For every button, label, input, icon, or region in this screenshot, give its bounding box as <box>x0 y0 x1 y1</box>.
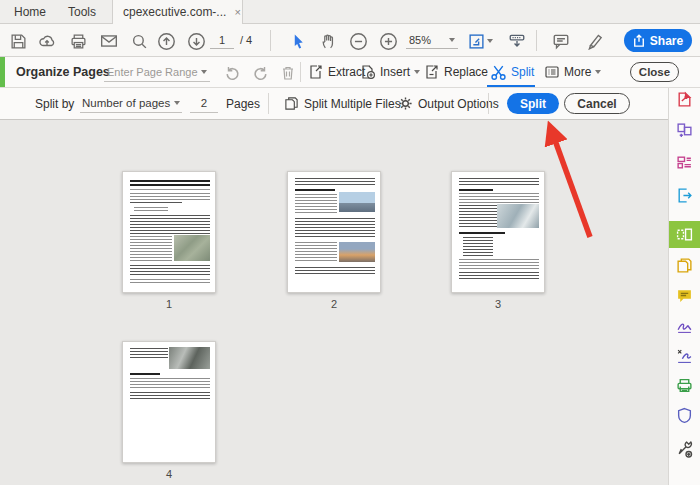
tab-document[interactable]: cpexecutive.com-... × <box>112 0 243 24</box>
page-range-input[interactable]: Enter Page Range <box>104 62 210 82</box>
page1-map-image <box>174 235 210 261</box>
previous-page-icon[interactable] <box>156 31 176 51</box>
page-thumbnail-1[interactable] <box>122 171 216 293</box>
comment-icon[interactable] <box>551 31 571 51</box>
page-thumbnail-2[interactable] <box>287 171 381 293</box>
compress-pdf-icon[interactable] <box>669 251 700 279</box>
split-mode-select[interactable]: Number of pages <box>80 94 182 113</box>
scan-ocr-icon[interactable] <box>669 371 700 399</box>
output-options-button[interactable]: Output Options <box>398 88 499 119</box>
request-signatures-icon[interactable] <box>669 341 700 369</box>
chevron-down-icon <box>487 39 493 43</box>
chevron-down-icon <box>414 70 420 74</box>
highlighter-icon[interactable] <box>585 31 605 51</box>
page2-sunset-image <box>339 242 375 262</box>
tab-bar: Home Tools cpexecutive.com-... × <box>0 0 700 24</box>
pages-canvas: 1 2 3 <box>0 120 668 485</box>
share-button[interactable]: Share <box>624 29 692 52</box>
tools-sidebar <box>668 88 700 485</box>
tab-home[interactable]: Home <box>4 0 56 24</box>
page-scrolling-icon[interactable] <box>507 31 527 51</box>
tab-tools[interactable]: Tools <box>58 0 106 24</box>
pages-unit-label: Pages <box>226 88 260 119</box>
zoom-out-icon[interactable] <box>348 31 368 51</box>
protect-icon[interactable] <box>669 401 700 429</box>
cancel-button-label: Cancel <box>577 97 616 111</box>
split-multiple-files-label: Split Multiple Files <box>304 97 401 111</box>
replace-label: Replace <box>444 65 488 79</box>
share-button-label: Share <box>650 34 683 48</box>
page-thumbnail-3[interactable] <box>451 171 545 293</box>
tab-home-label: Home <box>14 5 46 19</box>
hand-tool-icon[interactable] <box>318 31 338 51</box>
output-options-label: Output Options <box>418 97 499 111</box>
toolbar-divider <box>268 93 269 114</box>
page-number-input[interactable]: 1 <box>210 32 234 49</box>
page-number-1: 1 <box>122 298 216 310</box>
zoom-level-select[interactable]: 85% <box>406 32 458 49</box>
chevron-down-icon <box>201 70 207 74</box>
page-total-label: / 4 <box>240 32 252 49</box>
organize-pages-tool-active[interactable] <box>669 221 700 248</box>
cloud-upload-icon[interactable] <box>37 31 57 51</box>
rotate-right-icon[interactable] <box>250 63 270 83</box>
split-count-input[interactable]: 2 <box>190 94 218 113</box>
fill-and-sign-icon[interactable] <box>669 311 700 339</box>
email-icon[interactable] <box>99 31 119 51</box>
toolbar-divider <box>536 30 537 51</box>
cancel-button[interactable]: Cancel <box>564 93 630 114</box>
close-tab-icon[interactable]: × <box>234 6 240 18</box>
more-tool[interactable]: More <box>544 57 601 87</box>
split-confirm-button[interactable]: Split <box>507 93 559 114</box>
more-tools-icon[interactable] <box>669 435 700 463</box>
chevron-down-icon <box>174 101 180 105</box>
tab-tools-label: Tools <box>68 5 96 19</box>
toolbar-divider <box>270 30 271 51</box>
organize-pages-title: Organize Pages <box>16 57 110 87</box>
delete-pages-icon[interactable] <box>278 63 298 83</box>
search-icon[interactable] <box>129 31 149 51</box>
split-options-bar: Split by Number of pages 2 Pages Split M… <box>0 88 668 120</box>
split-tool[interactable]: Split <box>490 57 534 87</box>
page-number-4: 4 <box>122 468 216 480</box>
split-tool-active-underline <box>487 85 535 87</box>
page-number-3: 3 <box>451 298 545 310</box>
insert-tool[interactable]: Insert <box>360 57 420 87</box>
fit-page-select[interactable] <box>466 31 494 51</box>
tab-document-label: cpexecutive.com-... <box>123 5 226 19</box>
chevron-down-icon <box>595 70 601 74</box>
save-icon[interactable] <box>8 31 28 51</box>
page3-aerial-image <box>497 204 539 228</box>
page-range-placeholder: Enter Page Range <box>107 66 198 78</box>
rotate-left-icon[interactable] <box>222 63 242 83</box>
organize-accent-strip <box>0 57 5 87</box>
organize-pages-bar: Organize Pages Enter Page Range Extract … <box>0 57 700 88</box>
combine-files-icon[interactable] <box>669 116 700 144</box>
acrobat-window: Home Tools cpexecutive.com-... × 1 / <box>0 0 700 485</box>
extract-tool[interactable]: Extract <box>308 57 365 87</box>
zoom-in-icon[interactable] <box>378 31 398 51</box>
edit-pdf-icon[interactable] <box>669 148 700 176</box>
more-label: More <box>564 65 591 79</box>
split-tool-label: Split <box>511 65 534 79</box>
replace-tool[interactable]: Replace <box>424 57 488 87</box>
toolbar-divider <box>488 93 489 114</box>
page4-aerial-image <box>169 347 210 369</box>
insert-label: Insert <box>380 65 410 79</box>
split-confirm-label: Split <box>520 97 546 111</box>
close-button[interactable]: Close <box>630 62 679 82</box>
zoom-level-value: 85% <box>409 32 431 49</box>
export-pdf-icon[interactable] <box>669 181 700 209</box>
page2-city-image <box>339 192 375 212</box>
split-multiple-files-button[interactable]: Split Multiple Files <box>284 88 401 119</box>
split-by-label: Split by <box>35 88 74 119</box>
chevron-down-icon <box>449 38 455 42</box>
next-page-icon[interactable] <box>186 31 206 51</box>
split-mode-value: Number of pages <box>82 97 170 109</box>
select-tool-icon[interactable] <box>288 31 308 51</box>
page-thumbnail-4[interactable] <box>122 341 216 463</box>
page-number-2: 2 <box>287 298 381 310</box>
print-icon[interactable] <box>68 31 88 51</box>
comment-tool-icon[interactable] <box>669 281 700 309</box>
create-pdf-icon[interactable] <box>669 85 700 113</box>
